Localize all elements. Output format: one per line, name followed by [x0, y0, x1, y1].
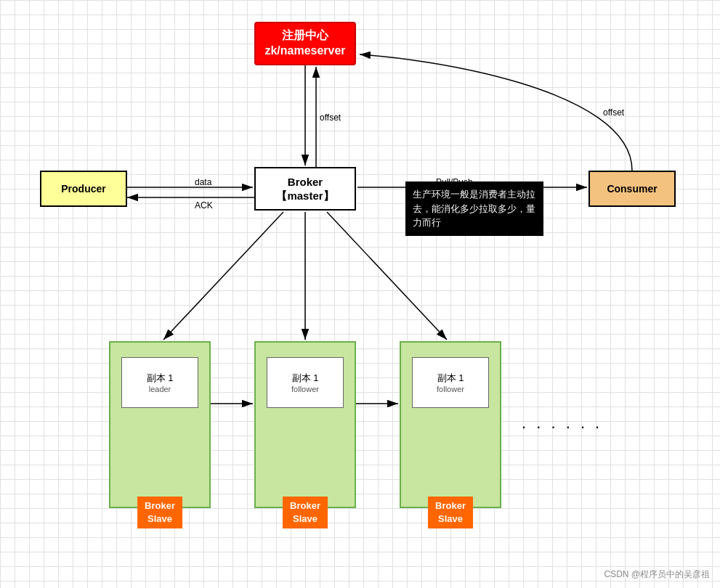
replica-sub-3: follower [437, 385, 464, 393]
consumer-label: Consumer [607, 183, 657, 195]
replica-title-3: 副本 1 [437, 372, 464, 385]
broker-label-line2: 【master】 [276, 189, 333, 203]
replica-title-2: 副本 1 [292, 372, 319, 385]
registry-label-line1: 注册中心 [264, 28, 345, 44]
footer-credit: CSDN @程序员中的吴彦祖 [604, 568, 710, 581]
tooltip-text: 生产环境一般是消费者主动拉去，能消化多少拉取多少，量力而行 [413, 189, 535, 228]
continuation-dots: · · · · · · [522, 417, 602, 436]
slave-container-2: 副本 1 follower Broker Slave [254, 341, 356, 508]
tooltip-box: 生产环境一般是消费者主动拉去，能消化多少拉取多少，量力而行 [405, 181, 543, 236]
data-label: data [195, 177, 211, 187]
ack-label: ACK [195, 200, 213, 211]
offset-label-top: offset [320, 113, 341, 123]
consumer-node: Consumer [588, 171, 676, 207]
replica-sub-2: follower [291, 385, 319, 393]
broker-label-line1: Broker [276, 175, 333, 189]
replica-box-3: 副本 1 follower [412, 357, 489, 408]
slave-label-3: Broker Slave [428, 497, 473, 528]
registry-label-line2: zk/nameserver [264, 44, 345, 59]
producer-node: Producer [40, 171, 127, 207]
replica-title-1: 副本 1 [147, 372, 174, 385]
registry-node: 注册中心 zk/nameserver [254, 22, 356, 65]
slave-label-1: Broker Slave [137, 497, 182, 528]
producer-label: Producer [61, 183, 105, 195]
replica-box-2: 副本 1 follower [267, 357, 344, 408]
slave-container-1: 副本 1 leader Broker Slave [109, 341, 211, 508]
offset-label-right: offset [603, 107, 624, 118]
replica-sub-1: leader [149, 385, 171, 393]
grid-background [0, 0, 720, 588]
broker-node: Broker 【master】 [254, 167, 356, 211]
replica-box-1: 副本 1 leader [121, 357, 198, 408]
slave-container-3: 副本 1 follower Broker Slave [400, 341, 501, 508]
slave-label-2: Broker Slave [283, 497, 328, 528]
